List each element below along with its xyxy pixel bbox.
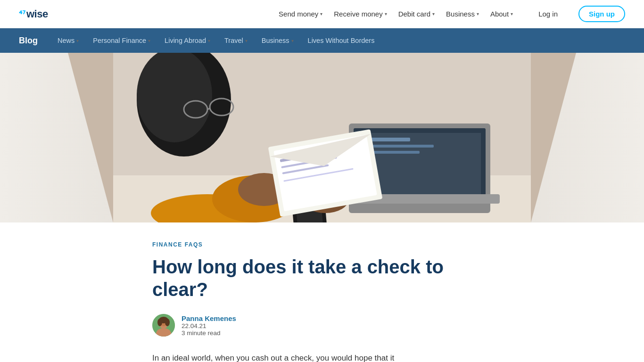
article-intro: In an ideal world, when you cash out a c… [152,352,492,362]
hero-svg [113,53,531,222]
chevron-down-icon: ▾ [148,38,150,43]
blog-nav-lives-without-borders[interactable]: Lives Without Borders [301,34,381,47]
blog-nav-living-abroad[interactable]: Living Abroad ▾ [158,34,217,47]
chevron-down-icon: ▾ [320,11,322,16]
blog-label: Blog [19,36,38,46]
author-date: 22.04.21 [182,322,236,329]
article-title: How long does it take a check to clear? [152,255,492,301]
chevron-down-icon: ▾ [511,11,513,16]
blog-nav-news[interactable]: News ▾ [51,34,85,47]
top-navigation: ⁴⁷ wise Send money ▾ Receive money ▾ Deb… [0,0,644,28]
author-info: Panna Kemenes 22.04.21 3 minute read [182,314,236,337]
nav-receive-money[interactable]: Receive money ▾ [329,7,391,21]
svg-rect-6 [363,145,434,148]
logo-mark: ⁴⁷ [19,9,25,19]
blog-nav-personal-finance[interactable]: Personal Finance ▾ [86,34,157,47]
login-link[interactable]: Log in [533,7,563,21]
blog-nav-business[interactable]: Business ▾ [255,34,300,47]
blog-nav-travel[interactable]: Travel ▾ [218,34,254,47]
avatar [152,314,175,337]
signup-button[interactable]: Sign up [578,6,625,22]
nav-debit-card[interactable]: Debit card ▾ [394,7,439,21]
avatar-image [152,314,175,337]
hero-scene [113,53,531,222]
svg-point-33 [165,319,170,326]
hero-deco-right [531,53,644,222]
read-time: 3 minute read [182,329,236,337]
svg-line-19 [207,108,210,109]
chevron-down-icon: ▾ [208,38,210,43]
author-name: Panna Kemenes [182,314,236,322]
chevron-down-icon: ▾ [291,38,294,43]
author-row: Panna Kemenes 22.04.21 3 minute read [152,314,492,337]
logo[interactable]: ⁴⁷ wise [19,8,48,20]
blog-navigation: Blog News ▾ Personal Finance ▾ Living Ab… [0,28,644,53]
blog-nav-links: News ▾ Personal Finance ▾ Living Abroad … [51,34,381,47]
hero-deco-left [0,53,113,222]
chevron-down-icon: ▾ [385,11,387,16]
nav-business[interactable]: Business ▾ [441,7,484,21]
chevron-down-icon: ▾ [76,38,79,43]
hero-image [0,53,644,222]
logo-text: wise [26,8,48,20]
chevron-down-icon: ▾ [432,11,435,16]
chevron-down-icon: ▾ [245,38,248,43]
top-nav-links: Send money ▾ Receive money ▾ Debit card … [274,7,518,21]
chevron-down-icon: ▾ [477,11,479,16]
svg-point-32 [157,319,162,326]
nav-about[interactable]: About ▾ [486,7,518,21]
article-container: FINANCE FAQS How long does it take a che… [143,222,501,362]
article-category: FINANCE FAQS [152,241,492,248]
nav-send-money[interactable]: Send money ▾ [274,7,327,21]
